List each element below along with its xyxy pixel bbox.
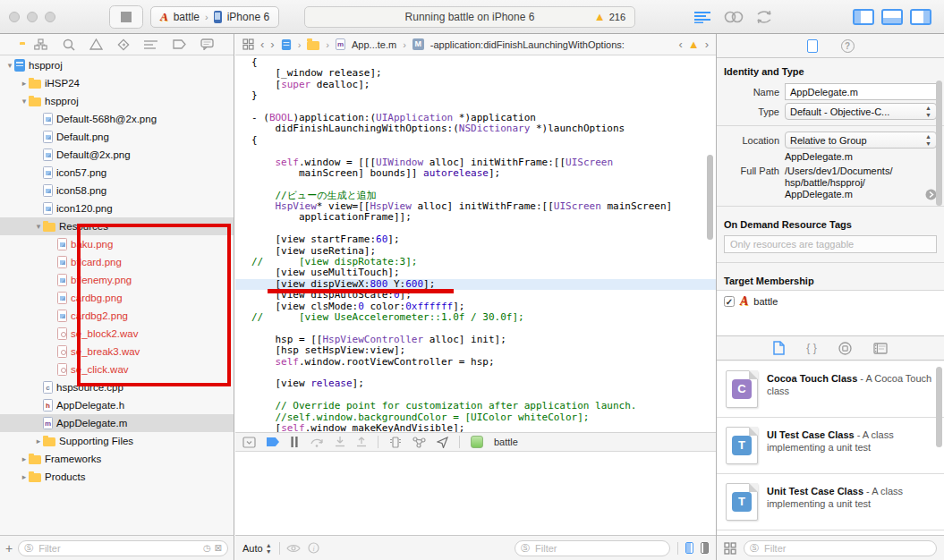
disclosure-triangle-icon[interactable]: ▸: [34, 437, 43, 445]
related-items-icon[interactable]: [242, 38, 254, 50]
view-hierarchy-debugger-button[interactable]: [389, 437, 402, 448]
step-into-button[interactable]: [335, 437, 345, 447]
editor-scrollbar[interactable]: [707, 155, 713, 240]
show-only-variables-icon[interactable]: [286, 544, 301, 553]
file-crumb[interactable]: App...te.m: [352, 39, 396, 50]
scheme-selector[interactable]: A battle › iPhone 6: [150, 6, 279, 28]
code-snippet-library-tab[interactable]: { }: [806, 342, 816, 354]
toggle-inspectors-button[interactable]: [910, 9, 931, 25]
issue-warning-icon[interactable]: ▲: [688, 38, 700, 50]
library-filter-input[interactable]: [762, 542, 931, 555]
file-tree-row[interactable]: cardbg2.png: [0, 307, 234, 325]
disclosure-triangle-icon[interactable]: ▸: [20, 472, 29, 481]
file-tree-row[interactable]: Default.png: [0, 128, 234, 146]
scm-filter-icon[interactable]: ⊠: [215, 544, 222, 553]
file-tree-row[interactable]: btlenemy.png: [0, 271, 234, 289]
memory-graph-button[interactable]: [412, 437, 426, 448]
disclosure-triangle-icon[interactable]: ▸: [20, 454, 29, 463]
file-tree-row[interactable]: se_click.wav: [0, 361, 234, 378]
odr-tags-field[interactable]: Only resources are taggable: [724, 235, 937, 253]
variables-view-scope-dropdown[interactable]: Auto ▲▼: [242, 542, 272, 555]
library-item[interactable]: CCocoa Touch Class - A Cocoa Touch class: [717, 361, 944, 418]
simulate-location-button[interactable]: [437, 437, 448, 448]
file-tree-row[interactable]: mAppDelegate.m: [0, 414, 234, 432]
code-line[interactable]: // [view UseAccelerometer::1.0f / 30.0f]…: [235, 312, 716, 323]
running-app-name[interactable]: battle: [494, 437, 518, 447]
file-tree-row[interactable]: btlcard.png: [0, 253, 234, 271]
group-crumb-icon[interactable]: [307, 41, 319, 50]
file-tree-row[interactable]: icon120.png: [0, 199, 234, 217]
file-tree-row[interactable]: ▸iHSP24: [0, 74, 234, 92]
disclosure-triangle-icon[interactable]: ▾: [5, 61, 14, 70]
add-item-button[interactable]: +: [5, 541, 13, 556]
code-line[interactable]: mainScreen] bounds]] autorelease];: [235, 168, 716, 179]
search-navigator-tab[interactable]: [63, 38, 75, 51]
assistant-editor-button[interactable]: [724, 11, 754, 23]
toggle-debug-area-button[interactable]: [881, 9, 903, 25]
file-tree-row[interactable]: baku.png: [0, 235, 234, 253]
show-variables-view-button[interactable]: [685, 542, 693, 554]
code-line[interactable]: {: [235, 135, 716, 146]
standard-editor-button[interactable]: [693, 11, 724, 23]
name-field[interactable]: AppDelegate.m: [785, 83, 937, 100]
minimize-window-button[interactable]: [27, 12, 38, 22]
library-grid-view-icon[interactable]: [724, 542, 736, 555]
code-line-selected[interactable]: [view dispViewX:800 Y:600];: [235, 279, 716, 290]
library-item[interactable]: TUI Test Case Class - A class implementi…: [717, 418, 944, 474]
navigator-filter-field[interactable]: Ⓢ ◷ ⊠: [18, 540, 228, 556]
file-tree-row[interactable]: ▸Products: [0, 468, 234, 486]
warning-count-badge[interactable]: ▲ 216: [594, 11, 625, 22]
next-issue-button[interactable]: ›: [705, 38, 709, 51]
pause-button[interactable]: [290, 437, 299, 447]
recent-files-icon[interactable]: ◷: [203, 544, 211, 553]
breakpoint-navigator-tab[interactable]: [173, 39, 186, 49]
step-out-button[interactable]: [356, 437, 367, 447]
file-tree-row[interactable]: ▸Supporting Files: [0, 432, 234, 450]
disclosure-triangle-icon[interactable]: ▾: [20, 97, 29, 106]
breakpoints-toggle-button[interactable]: [267, 437, 279, 446]
symbol-crumb[interactable]: -application:didFinishLaunchingWithOptio…: [430, 39, 625, 50]
source-code-editor[interactable]: { [_window release]; [super dealloc];}- …: [235, 56, 716, 466]
console-filter-field[interactable]: Ⓢ: [515, 540, 670, 556]
back-button[interactable]: ‹: [260, 38, 264, 51]
forward-button[interactable]: ›: [270, 38, 274, 51]
media-library-tab[interactable]: [873, 343, 888, 354]
show-console-view-button[interactable]: [701, 542, 709, 554]
disclosure-triangle-icon[interactable]: ▸: [20, 79, 29, 88]
location-select[interactable]: Relative to Group ▲▼: [785, 132, 937, 148]
debug-console[interactable]: [235, 453, 716, 535]
zoom-window-button[interactable]: [45, 12, 55, 22]
file-tree-row[interactable]: hAppDelegate.h: [0, 396, 234, 414]
file-tree-row[interactable]: ▾hspproj: [0, 92, 234, 110]
code-line[interactable]: self.window.rootViewController = hsp;: [235, 357, 716, 368]
console-filter-input[interactable]: [533, 542, 664, 555]
code-line[interactable]: }: [235, 90, 716, 101]
file-tree-row[interactable]: ▾hspproj: [0, 56, 234, 74]
code-line[interactable]: didFinishLaunchingWithOptions:(NSDiction…: [235, 123, 716, 134]
library-filter-field[interactable]: Ⓢ: [744, 540, 937, 556]
library-item[interactable]: TUnit Test Case Class - A class implemen…: [717, 474, 944, 530]
toggle-navigator-button[interactable]: [853, 9, 874, 25]
debug-navigator-tab[interactable]: [144, 39, 157, 50]
file-tree-row[interactable]: Default@2x.png: [0, 146, 234, 164]
quick-help-tab[interactable]: ?: [841, 39, 855, 53]
project-crumb-icon[interactable]: [282, 39, 291, 50]
file-tree-row[interactable]: cardbg.png: [0, 289, 234, 307]
close-window-button[interactable]: [9, 12, 20, 22]
file-inspector-tab[interactable]: [807, 39, 818, 53]
file-tree-row[interactable]: icon57.png: [0, 164, 234, 182]
info-icon[interactable]: i: [308, 542, 319, 554]
file-tree-row[interactable]: se_break3.wav: [0, 343, 234, 361]
test-navigator-tab[interactable]: [117, 38, 130, 51]
file-template-library-tab[interactable]: [773, 341, 785, 355]
code-line[interactable]: [super dealloc];: [235, 80, 716, 90]
object-library-tab[interactable]: [838, 342, 852, 355]
inspector-scrollbar[interactable]: [936, 81, 942, 206]
hide-debug-area-button[interactable]: [242, 437, 256, 448]
file-tree-row[interactable]: se_block2.wav: [0, 325, 234, 343]
type-select[interactable]: Default - Objective-C... ▲▼: [785, 103, 937, 120]
file-tree-row[interactable]: chspsource.cpp: [0, 378, 234, 396]
file-tree-row[interactable]: ▸Frameworks: [0, 450, 234, 468]
file-tree-row[interactable]: Default-568h@2x.png: [0, 110, 234, 128]
version-editor-button[interactable]: [754, 11, 785, 23]
